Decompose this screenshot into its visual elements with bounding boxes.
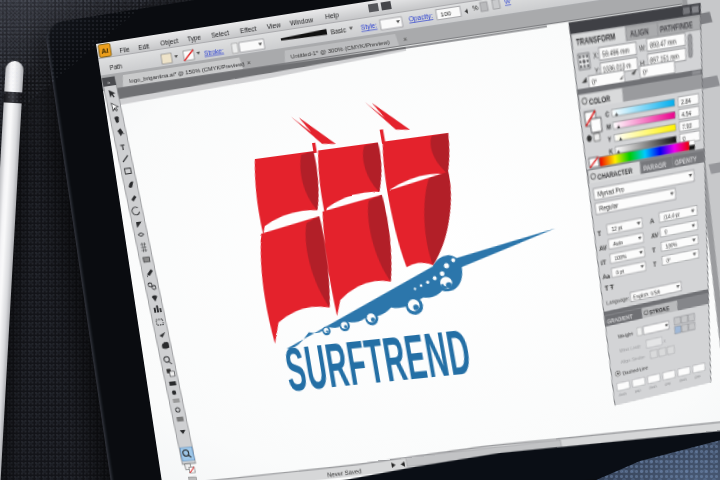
svg-text:0: 0	[683, 135, 686, 142]
svg-text:W:: W:	[639, 44, 646, 54]
svg-text:Ai: Ai	[101, 46, 110, 56]
svg-text:AV: AV	[599, 243, 608, 253]
svg-text:0: 0	[664, 229, 667, 235]
svg-text:Aa: Aa	[602, 272, 610, 281]
svg-text:A: A	[650, 216, 655, 225]
svg-text:0°: 0°	[592, 78, 598, 86]
svg-text:0°: 0°	[666, 257, 671, 263]
svg-text:0°: 0°	[643, 68, 649, 76]
svg-text:AV: AV	[651, 230, 659, 240]
svg-text:M: M	[606, 123, 611, 132]
svg-text:File: File	[119, 45, 131, 54]
svg-text:X:: X:	[593, 51, 599, 60]
svg-text:C: C	[605, 111, 610, 120]
